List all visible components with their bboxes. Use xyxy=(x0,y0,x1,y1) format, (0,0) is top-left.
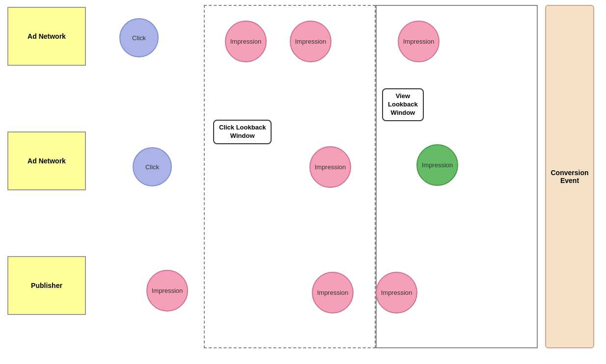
impression-6-circle: Impression xyxy=(146,270,188,312)
click-2-circle: Click xyxy=(133,147,172,186)
view-lookback-label: ViewLookbackWindow xyxy=(382,88,424,121)
ad-network-2-label: Ad Network xyxy=(28,157,66,165)
conversion-event-box: ConversionEvent xyxy=(545,5,594,348)
publisher-label: Publisher xyxy=(31,282,62,289)
ad-network-1-label: Ad Network xyxy=(28,32,66,40)
impression-7-circle: Impression xyxy=(312,272,354,313)
impression-1-circle: Impression xyxy=(225,21,267,62)
impression-5-circle: Impression xyxy=(416,144,458,186)
ad-network-1-box: Ad Network xyxy=(7,7,86,66)
click-lookback-label: Click LookbackWindow xyxy=(213,120,272,144)
impression-3-circle: Impression xyxy=(398,21,440,62)
impression-2-circle: Impression xyxy=(290,21,331,62)
conversion-event-label: ConversionEvent xyxy=(551,169,588,184)
ad-network-2-box: Ad Network xyxy=(7,131,86,190)
impression-4-circle: Impression xyxy=(309,146,351,188)
publisher-box: Publisher xyxy=(7,256,86,315)
click-1-circle: Click xyxy=(119,18,159,57)
impression-8-circle: Impression xyxy=(376,272,417,313)
